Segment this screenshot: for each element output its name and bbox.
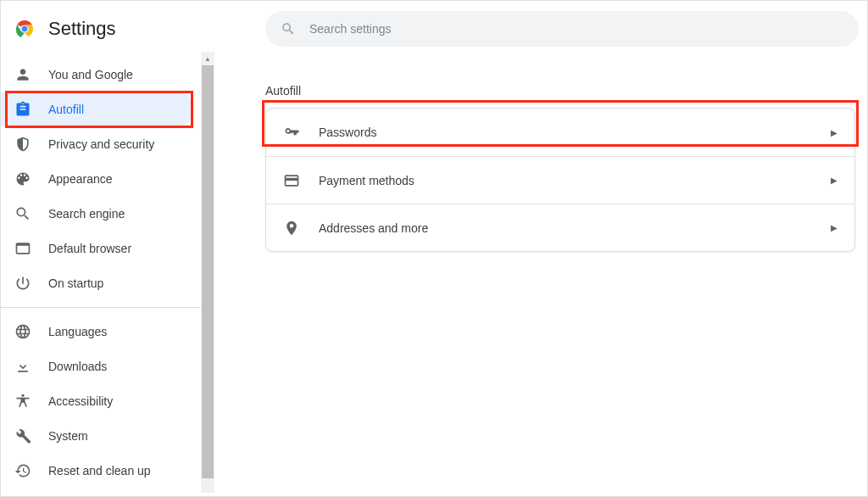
divider [1, 307, 201, 308]
clipboard-icon [14, 101, 31, 118]
palette-icon [14, 170, 31, 187]
sidebar-item-label: You and Google [48, 68, 133, 81]
page-title: Settings [48, 18, 116, 40]
sidebar-item-label: Search engine [48, 207, 125, 221]
sidebar-item-label: Privacy and security [48, 137, 154, 151]
row-passwords[interactable]: Passwords ▶ [266, 109, 854, 156]
row-label: Passwords [319, 126, 812, 139]
chevron-right-icon: ▶ [831, 176, 837, 185]
sidebar-item-you-and-google[interactable]: You and Google [1, 58, 194, 92]
key-icon [283, 124, 300, 141]
sidebar-item-languages[interactable]: Languages [1, 315, 194, 349]
sidebar-item-reset-and-clean-up[interactable]: Reset and clean up [1, 454, 194, 488]
row-label: Payment methods [319, 174, 812, 187]
sidebar-item-default-browser[interactable]: Default browser [1, 232, 194, 265]
person-icon [14, 66, 31, 83]
sidebar-item-label: Autofill [48, 103, 84, 116]
row-label: Addresses and more [319, 221, 812, 235]
card-icon [283, 172, 300, 189]
sidebar-item-label: Reset and clean up [48, 464, 151, 477]
sidebar-item-label: Accessibility [48, 394, 113, 408]
accessibility-icon [14, 393, 31, 410]
sidebar-item-system[interactable]: System [1, 419, 194, 453]
globe-icon [14, 323, 31, 340]
sidebar-item-label: System [48, 429, 88, 443]
scrollbar[interactable]: ▲ [201, 52, 214, 493]
scroll-up-icon[interactable]: ▲ [201, 52, 214, 65]
sidebar-item-autofill[interactable]: Autofill [1, 92, 194, 126]
search-icon [281, 21, 296, 36]
search-placeholder: Search settings [309, 22, 392, 36]
sidebar-item-on-startup[interactable]: On startup [1, 266, 194, 300]
sidebar-item-downloads[interactable]: Downloads [1, 349, 194, 383]
sidebar-item-privacy-and-security[interactable]: Privacy and security [1, 127, 194, 161]
download-icon [14, 358, 31, 375]
header: Settings [1, 1, 201, 57]
sidebar-item-label: Languages [48, 325, 107, 338]
pin-icon [283, 220, 300, 237]
row-addresses-and-more[interactable]: Addresses and more ▶ [266, 204, 854, 251]
sidebar-item-label: On startup [48, 276, 103, 290]
chevron-right-icon: ▶ [831, 128, 837, 137]
chrome-logo-icon [14, 19, 35, 39]
sidebar: Settings You and Google Autofill Privacy… [1, 1, 214, 496]
sidebar-item-label: Appearance [48, 172, 113, 186]
sidebar-item-search-engine[interactable]: Search engine [1, 197, 194, 231]
sidebar-item-label: Default browser [48, 242, 131, 255]
scroll-thumb[interactable] [202, 65, 214, 478]
main-content: Search settings Autofill Passwords ▶ Pay… [214, 1, 867, 496]
restore-icon [14, 462, 31, 479]
shield-icon [14, 136, 31, 153]
sidebar-item-label: Downloads [48, 360, 107, 373]
search-bar[interactable]: Search settings [265, 11, 859, 47]
sidebar-item-appearance[interactable]: Appearance [1, 162, 194, 196]
section-title: Autofill [265, 84, 867, 98]
power-icon [14, 275, 31, 292]
sidebar-item-accessibility[interactable]: Accessibility [1, 384, 194, 418]
search-icon [14, 205, 31, 222]
autofill-card: Passwords ▶ Payment methods ▶ Addresses … [265, 108, 855, 252]
chevron-right-icon: ▶ [831, 223, 837, 232]
row-payment-methods[interactable]: Payment methods ▶ [266, 156, 854, 204]
wrench-icon [14, 427, 31, 444]
browser-icon [14, 240, 31, 257]
